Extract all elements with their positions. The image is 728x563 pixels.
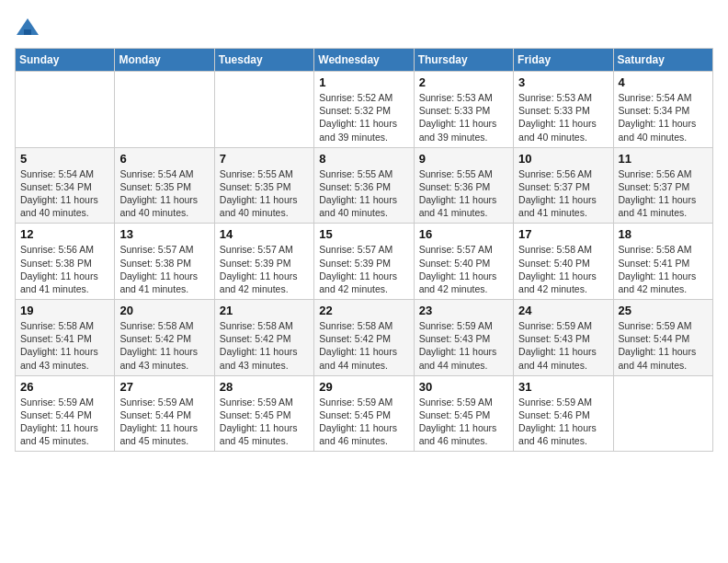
calendar-cell: 9Sunrise: 5:55 AM Sunset: 5:36 PM Daylig… [414,147,513,224]
day-info: Sunrise: 5:56 AM Sunset: 5:38 PM Dayligh… [20,243,109,295]
day-number: 15 [319,227,408,241]
calendar-cell: 29Sunrise: 5:59 AM Sunset: 5:45 PM Dayli… [314,375,414,452]
day-info: Sunrise: 5:58 AM Sunset: 5:41 PM Dayligh… [20,319,109,372]
day-number: 5 [20,152,109,166]
day-info: Sunrise: 5:59 AM Sunset: 5:43 PM Dayligh… [518,319,608,372]
day-info: Sunrise: 5:59 AM Sunset: 5:44 PM Dayligh… [619,319,708,372]
calendar-cell: 26Sunrise: 5:59 AM Sunset: 5:44 PM Dayli… [16,375,115,452]
calendar-table: SundayMondayTuesdayWednesdayThursdayFrid… [15,48,713,452]
weekday-header: Friday [514,49,613,72]
day-info: Sunrise: 5:58 AM Sunset: 5:41 PM Dayligh… [619,243,708,295]
day-number: 28 [220,380,309,394]
calendar-cell: 16Sunrise: 5:57 AM Sunset: 5:40 PM Dayli… [414,224,513,300]
day-number: 13 [119,227,209,241]
day-number: 11 [619,152,708,166]
day-number: 4 [619,75,708,89]
calendar-cell: 12Sunrise: 5:56 AM Sunset: 5:38 PM Dayli… [16,224,115,300]
day-number: 6 [119,152,209,166]
day-number: 25 [619,304,708,317]
day-info: Sunrise: 5:55 AM Sunset: 5:36 PM Dayligh… [419,167,508,220]
calendar-cell: 25Sunrise: 5:59 AM Sunset: 5:44 PM Dayli… [613,300,712,376]
calendar-cell: 30Sunrise: 5:59 AM Sunset: 5:45 PM Dayli… [414,375,513,452]
calendar-cell: 21Sunrise: 5:58 AM Sunset: 5:42 PM Dayli… [214,300,313,376]
logo [15,15,44,40]
day-info: Sunrise: 5:57 AM Sunset: 5:38 PM Dayligh… [119,243,209,295]
logo-icon [15,15,40,40]
calendar-cell: 1Sunrise: 5:52 AM Sunset: 5:32 PM Daylig… [314,72,414,148]
day-number: 7 [220,152,309,166]
day-number: 31 [518,380,608,394]
calendar-cell: 8Sunrise: 5:55 AM Sunset: 5:36 PM Daylig… [314,147,414,224]
day-info: Sunrise: 5:58 AM Sunset: 5:42 PM Dayligh… [119,319,209,372]
calendar-cell: 19Sunrise: 5:58 AM Sunset: 5:41 PM Dayli… [16,300,115,376]
day-info: Sunrise: 5:57 AM Sunset: 5:39 PM Dayligh… [220,243,309,295]
day-number: 3 [518,75,608,89]
calendar-cell: 3Sunrise: 5:53 AM Sunset: 5:33 PM Daylig… [514,72,613,148]
day-number: 2 [419,75,508,89]
day-number: 27 [119,380,209,394]
calendar-cell: 20Sunrise: 5:58 AM Sunset: 5:42 PM Dayli… [115,300,214,376]
calendar-cell: 4Sunrise: 5:54 AM Sunset: 5:34 PM Daylig… [613,72,712,148]
day-number: 18 [619,227,708,241]
calendar-cell: 11Sunrise: 5:56 AM Sunset: 5:37 PM Dayli… [613,147,712,224]
day-number: 12 [20,227,109,241]
day-info: Sunrise: 5:53 AM Sunset: 5:33 PM Dayligh… [419,91,508,144]
calendar-cell: 23Sunrise: 5:59 AM Sunset: 5:43 PM Dayli… [414,300,513,376]
day-number: 14 [220,227,309,241]
day-number: 19 [20,304,109,317]
weekday-header: Saturday [613,49,712,72]
calendar-week-row: 1Sunrise: 5:52 AM Sunset: 5:32 PM Daylig… [16,72,713,148]
calendar-cell: 24Sunrise: 5:59 AM Sunset: 5:43 PM Dayli… [514,300,613,376]
calendar-cell [613,375,712,452]
calendar-cell: 17Sunrise: 5:58 AM Sunset: 5:40 PM Dayli… [514,224,613,300]
day-info: Sunrise: 5:59 AM Sunset: 5:44 PM Dayligh… [119,396,209,448]
day-info: Sunrise: 5:54 AM Sunset: 5:34 PM Dayligh… [20,167,109,220]
page-header [15,15,713,40]
weekday-header: Wednesday [314,49,414,72]
calendar-cell: 28Sunrise: 5:59 AM Sunset: 5:45 PM Dayli… [214,375,313,452]
day-info: Sunrise: 5:54 AM Sunset: 5:34 PM Dayligh… [619,91,708,144]
day-info: Sunrise: 5:58 AM Sunset: 5:42 PM Dayligh… [319,319,408,372]
weekday-header: Tuesday [214,49,313,72]
calendar-cell: 7Sunrise: 5:55 AM Sunset: 5:35 PM Daylig… [214,147,313,224]
day-number: 29 [319,380,408,394]
weekday-header: Sunday [16,49,115,72]
calendar-cell: 14Sunrise: 5:57 AM Sunset: 5:39 PM Dayli… [214,224,313,300]
day-info: Sunrise: 5:52 AM Sunset: 5:32 PM Dayligh… [319,91,408,144]
day-info: Sunrise: 5:59 AM Sunset: 5:43 PM Dayligh… [419,319,508,372]
day-number: 10 [518,152,608,166]
day-number: 17 [518,227,608,241]
day-info: Sunrise: 5:55 AM Sunset: 5:36 PM Dayligh… [319,167,408,220]
calendar-week-row: 26Sunrise: 5:59 AM Sunset: 5:44 PM Dayli… [16,375,713,452]
day-info: Sunrise: 5:58 AM Sunset: 5:42 PM Dayligh… [220,319,309,372]
day-info: Sunrise: 5:56 AM Sunset: 5:37 PM Dayligh… [619,167,708,220]
calendar-cell: 13Sunrise: 5:57 AM Sunset: 5:38 PM Dayli… [115,224,214,300]
day-info: Sunrise: 5:59 AM Sunset: 5:46 PM Dayligh… [518,396,608,448]
day-number: 26 [20,380,109,394]
day-info: Sunrise: 5:59 AM Sunset: 5:45 PM Dayligh… [220,396,309,448]
day-info: Sunrise: 5:59 AM Sunset: 5:45 PM Dayligh… [319,396,408,448]
svg-rect-1 [24,29,31,35]
calendar-cell: 18Sunrise: 5:58 AM Sunset: 5:41 PM Dayli… [613,224,712,300]
calendar-week-row: 5Sunrise: 5:54 AM Sunset: 5:34 PM Daylig… [16,147,713,224]
day-info: Sunrise: 5:59 AM Sunset: 5:45 PM Dayligh… [419,396,508,448]
calendar-cell [115,72,214,148]
day-info: Sunrise: 5:53 AM Sunset: 5:33 PM Dayligh… [518,91,608,144]
calendar-cell: 10Sunrise: 5:56 AM Sunset: 5:37 PM Dayli… [514,147,613,224]
day-number: 24 [518,304,608,317]
calendar-cell: 27Sunrise: 5:59 AM Sunset: 5:44 PM Dayli… [115,375,214,452]
calendar-week-row: 12Sunrise: 5:56 AM Sunset: 5:38 PM Dayli… [16,224,713,300]
day-number: 21 [220,304,309,317]
weekday-header: Thursday [414,49,513,72]
day-number: 22 [319,304,408,317]
calendar-cell: 15Sunrise: 5:57 AM Sunset: 5:39 PM Dayli… [314,224,414,300]
calendar-cell: 31Sunrise: 5:59 AM Sunset: 5:46 PM Dayli… [514,375,613,452]
calendar-week-row: 19Sunrise: 5:58 AM Sunset: 5:41 PM Dayli… [16,300,713,376]
day-info: Sunrise: 5:57 AM Sunset: 5:39 PM Dayligh… [319,243,408,295]
day-number: 30 [419,380,508,394]
day-info: Sunrise: 5:56 AM Sunset: 5:37 PM Dayligh… [518,167,608,220]
day-number: 9 [419,152,508,166]
day-number: 8 [319,152,408,166]
day-number: 20 [119,304,209,317]
day-info: Sunrise: 5:55 AM Sunset: 5:35 PM Dayligh… [220,167,309,220]
